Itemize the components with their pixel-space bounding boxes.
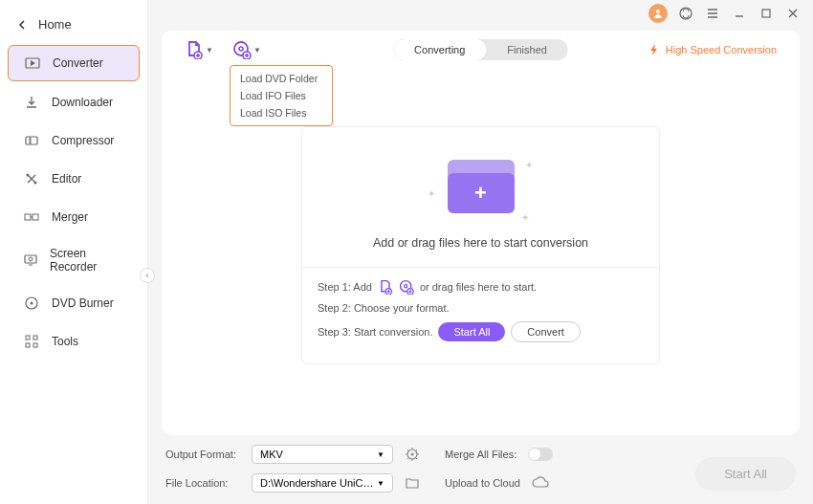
svg-point-14 bbox=[656, 10, 660, 13]
step-1: Step 1: Add or drag files here to start. bbox=[318, 279, 644, 295]
svg-rect-13 bbox=[33, 343, 37, 347]
sidebar-item-label: Compressor bbox=[52, 134, 114, 147]
maximize-icon[interactable] bbox=[758, 5, 775, 22]
step-2: Step 2: Choose your format. bbox=[318, 302, 644, 314]
dropdown-item-iso[interactable]: Load ISO Files bbox=[231, 104, 332, 121]
add-disc-icon bbox=[399, 279, 414, 295]
step-3: Step 3: Start conversion. Start All Conv… bbox=[318, 321, 644, 342]
upload-cloud-label: Upload to Cloud bbox=[445, 477, 520, 489]
file-location-select[interactable]: D:\Wondershare UniConverter 1 ▼ bbox=[252, 473, 393, 493]
support-icon[interactable] bbox=[677, 5, 694, 22]
sidebar-item-dvd-burner[interactable]: DVD Burner bbox=[8, 286, 140, 320]
add-disc-button[interactable]: ▼ bbox=[232, 40, 261, 59]
svg-point-7 bbox=[29, 257, 33, 261]
sidebar-item-label: Merger bbox=[52, 210, 88, 224]
downloader-icon bbox=[23, 94, 40, 111]
settings-icon[interactable] bbox=[405, 447, 420, 462]
add-disc-icon bbox=[232, 40, 252, 59]
sidebar-header: Home bbox=[0, 8, 147, 43]
sidebar: Home Converter Downloader Compressor Edi… bbox=[0, 0, 148, 504]
home-label: Home bbox=[38, 17, 72, 32]
svg-rect-11 bbox=[33, 336, 37, 340]
sidebar-item-label: Tools bbox=[52, 335, 78, 348]
tab-converting[interactable]: Converting bbox=[393, 39, 486, 60]
editor-icon bbox=[23, 170, 40, 187]
minimize-icon[interactable] bbox=[731, 5, 748, 22]
toolbar-left: ▼ ▼ bbox=[179, 40, 261, 59]
svg-point-23 bbox=[404, 285, 406, 288]
toolbar: ▼ ▼ Converting Finished High Speed Conve… bbox=[179, 40, 782, 59]
sidebar-item-label: Converter bbox=[53, 56, 103, 70]
drop-panel[interactable]: ✦ ✦ ✦ + Add or drag files here to start … bbox=[301, 126, 660, 364]
svg-rect-4 bbox=[25, 214, 31, 220]
chevron-down-icon: ▼ bbox=[377, 450, 385, 459]
add-disc-dropdown: Load DVD Folder Load IFO Files Load ISO … bbox=[230, 65, 333, 126]
dropdown-item-ifo[interactable]: Load IFO Files bbox=[231, 87, 332, 104]
main-area: ▼ ▼ Converting Finished High Speed Conve… bbox=[148, 0, 813, 504]
add-file-icon bbox=[185, 40, 204, 59]
tab-finished[interactable]: Finished bbox=[486, 39, 568, 60]
avatar-icon[interactable] bbox=[648, 4, 668, 23]
screen-recorder-icon bbox=[23, 252, 38, 269]
sidebar-collapse-handle[interactable]: ‹ bbox=[140, 268, 155, 283]
add-file-button[interactable]: ▼ bbox=[185, 40, 213, 59]
drop-label: Add or drag files here to start conversi… bbox=[373, 236, 588, 250]
sidebar-item-tools[interactable]: Tools bbox=[8, 324, 140, 359]
svg-rect-12 bbox=[26, 343, 30, 347]
sidebar-item-label: DVD Burner bbox=[52, 296, 114, 310]
merge-toggle[interactable] bbox=[528, 448, 553, 461]
svg-rect-16 bbox=[762, 10, 770, 17]
merge-label: Merge All Files: bbox=[445, 449, 516, 460]
svg-rect-10 bbox=[26, 336, 30, 340]
chevron-down-icon: ▼ bbox=[377, 479, 385, 488]
svg-point-9 bbox=[31, 302, 33, 305]
back-button[interactable] bbox=[17, 20, 27, 30]
svg-point-19 bbox=[239, 47, 243, 51]
sidebar-item-merger[interactable]: Merger bbox=[8, 200, 140, 234]
tab-segment: Converting Finished bbox=[393, 39, 568, 60]
titlebar bbox=[148, 0, 813, 27]
converter-icon bbox=[24, 55, 41, 72]
start-all-main-button[interactable]: Start All bbox=[695, 457, 796, 491]
add-icon: + bbox=[448, 173, 515, 213]
folder-illustration: ✦ ✦ ✦ + bbox=[433, 150, 529, 223]
sidebar-item-label: Screen Recorder bbox=[50, 247, 124, 274]
svg-point-26 bbox=[411, 453, 414, 456]
high-speed-conversion-button[interactable]: High Speed Conversion bbox=[648, 43, 782, 56]
compressor-icon bbox=[23, 132, 40, 149]
svg-point-2 bbox=[27, 174, 30, 177]
chevron-down-icon: ▼ bbox=[253, 46, 261, 55]
svg-rect-5 bbox=[33, 214, 38, 220]
sidebar-item-compressor[interactable]: Compressor bbox=[8, 123, 140, 158]
sidebar-item-label: Downloader bbox=[52, 96, 113, 109]
sidebar-item-label: Editor bbox=[52, 172, 81, 186]
close-icon[interactable] bbox=[784, 5, 802, 22]
convert-button[interactable]: Convert bbox=[511, 321, 581, 342]
steps-panel: Step 1: Add or drag files here to start.… bbox=[302, 267, 659, 350]
hsc-label: High Speed Conversion bbox=[666, 44, 777, 55]
add-file-icon bbox=[378, 279, 393, 295]
sidebar-item-converter[interactable]: Converter bbox=[8, 45, 140, 81]
merger-icon bbox=[23, 208, 40, 226]
sidebar-item-screen-recorder[interactable]: Screen Recorder bbox=[8, 238, 140, 282]
cloud-icon[interactable] bbox=[532, 476, 549, 490]
sidebar-item-downloader[interactable]: Downloader bbox=[8, 85, 140, 120]
output-format-label: Output Format: bbox=[165, 449, 240, 460]
dropdown-item-dvd-folder[interactable]: Load DVD Folder bbox=[231, 70, 332, 87]
sidebar-item-editor[interactable]: Editor bbox=[8, 162, 140, 196]
tools-icon bbox=[23, 333, 40, 350]
lightning-icon bbox=[648, 43, 660, 56]
svg-point-3 bbox=[34, 182, 37, 185]
open-folder-icon[interactable] bbox=[405, 475, 420, 491]
output-format-select[interactable]: MKV ▼ bbox=[252, 445, 393, 464]
file-location-label: File Location: bbox=[165, 477, 240, 489]
svg-rect-6 bbox=[25, 255, 36, 263]
menu-icon[interactable] bbox=[704, 5, 721, 22]
start-all-button[interactable]: Start All bbox=[438, 322, 505, 341]
svg-point-15 bbox=[680, 8, 692, 19]
chevron-down-icon: ▼ bbox=[206, 46, 213, 55]
dvd-burner-icon bbox=[23, 295, 40, 312]
